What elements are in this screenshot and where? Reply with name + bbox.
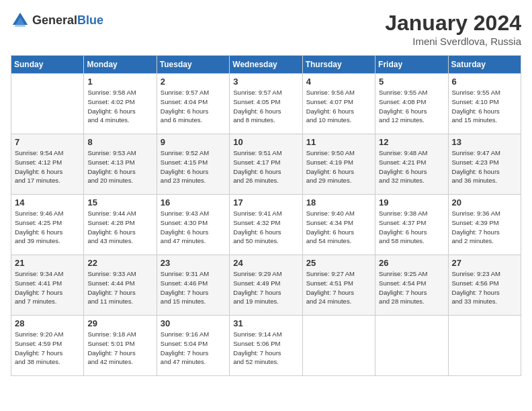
day-number: 4 bbox=[306, 77, 371, 87]
day-header-friday: Friday bbox=[375, 56, 448, 74]
day-number: 1 bbox=[87, 77, 152, 87]
calendar-cell: 4Sunrise: 9:56 AM Sunset: 4:07 PM Daylig… bbox=[302, 74, 375, 134]
calendar-cell bbox=[302, 316, 375, 376]
day-header-tuesday: Tuesday bbox=[157, 56, 229, 74]
page-header: GeneralBlue January 2024 Imeni Sverdlova… bbox=[11, 11, 521, 47]
day-number: 9 bbox=[161, 137, 226, 147]
calendar-cell: 26Sunrise: 9:25 AM Sunset: 4:54 PM Dayli… bbox=[375, 255, 448, 316]
day-number: 27 bbox=[452, 258, 517, 268]
day-number: 26 bbox=[379, 258, 444, 268]
day-info: Sunrise: 9:43 AM Sunset: 4:30 PM Dayligh… bbox=[161, 209, 226, 246]
calendar-cell: 19Sunrise: 9:38 AM Sunset: 4:37 PM Dayli… bbox=[375, 195, 448, 255]
day-info: Sunrise: 9:40 AM Sunset: 4:34 PM Dayligh… bbox=[306, 209, 371, 246]
day-number: 10 bbox=[233, 137, 298, 147]
day-number: 5 bbox=[379, 77, 444, 87]
day-number: 31 bbox=[233, 318, 298, 328]
day-info: Sunrise: 9:34 AM Sunset: 4:41 PM Dayligh… bbox=[15, 269, 80, 306]
day-header-monday: Monday bbox=[84, 56, 157, 74]
day-number: 25 bbox=[306, 258, 371, 268]
day-number: 17 bbox=[233, 197, 298, 208]
calendar-cell: 13Sunrise: 9:47 AM Sunset: 4:23 PM Dayli… bbox=[448, 134, 521, 195]
logo-text-general: General bbox=[32, 13, 77, 27]
day-info: Sunrise: 9:38 AM Sunset: 4:37 PM Dayligh… bbox=[379, 209, 444, 246]
calendar-cell: 22Sunrise: 9:33 AM Sunset: 4:44 PM Dayli… bbox=[84, 255, 157, 316]
day-info: Sunrise: 9:36 AM Sunset: 4:39 PM Dayligh… bbox=[452, 209, 517, 246]
calendar-cell: 17Sunrise: 9:41 AM Sunset: 4:32 PM Dayli… bbox=[230, 195, 302, 255]
day-info: Sunrise: 9:56 AM Sunset: 4:07 PM Dayligh… bbox=[306, 88, 371, 125]
logo-icon bbox=[11, 11, 30, 30]
calendar-cell: 6Sunrise: 9:55 AM Sunset: 4:10 PM Daylig… bbox=[448, 74, 521, 134]
calendar-cell: 21Sunrise: 9:34 AM Sunset: 4:41 PM Dayli… bbox=[11, 255, 84, 316]
day-info: Sunrise: 9:20 AM Sunset: 4:59 PM Dayligh… bbox=[15, 330, 80, 367]
day-info: Sunrise: 9:55 AM Sunset: 4:10 PM Dayligh… bbox=[452, 88, 517, 125]
day-number: 28 bbox=[15, 318, 80, 328]
day-number: 16 bbox=[161, 197, 226, 208]
day-info: Sunrise: 9:50 AM Sunset: 4:19 PM Dayligh… bbox=[306, 148, 371, 185]
day-number: 15 bbox=[87, 197, 152, 208]
calendar-cell: 18Sunrise: 9:40 AM Sunset: 4:34 PM Dayli… bbox=[302, 195, 375, 255]
day-info: Sunrise: 9:25 AM Sunset: 4:54 PM Dayligh… bbox=[379, 269, 444, 306]
day-number: 20 bbox=[452, 197, 517, 208]
logo: GeneralBlue bbox=[11, 11, 103, 30]
calendar-cell: 1Sunrise: 9:58 AM Sunset: 4:02 PM Daylig… bbox=[84, 74, 157, 134]
day-info: Sunrise: 9:47 AM Sunset: 4:23 PM Dayligh… bbox=[452, 148, 517, 185]
day-info: Sunrise: 9:46 AM Sunset: 4:25 PM Dayligh… bbox=[15, 209, 80, 246]
day-number: 29 bbox=[87, 318, 152, 328]
day-info: Sunrise: 9:53 AM Sunset: 4:13 PM Dayligh… bbox=[87, 148, 152, 185]
day-number: 14 bbox=[15, 197, 80, 208]
calendar-cell: 11Sunrise: 9:50 AM Sunset: 4:19 PM Dayli… bbox=[302, 134, 375, 195]
day-info: Sunrise: 9:31 AM Sunset: 4:46 PM Dayligh… bbox=[161, 269, 226, 306]
day-number: 18 bbox=[306, 197, 371, 208]
day-number: 12 bbox=[379, 137, 444, 147]
month-title: January 2024 bbox=[385, 11, 521, 36]
calendar-header: SundayMondayTuesdayWednesdayThursdayFrid… bbox=[11, 56, 521, 74]
day-info: Sunrise: 9:23 AM Sunset: 4:56 PM Dayligh… bbox=[452, 269, 517, 306]
day-number: 6 bbox=[452, 77, 517, 87]
title-block: January 2024 Imeni Sverdlova, Russia bbox=[385, 11, 521, 47]
day-info: Sunrise: 9:18 AM Sunset: 5:01 PM Dayligh… bbox=[87, 330, 152, 367]
day-info: Sunrise: 9:58 AM Sunset: 4:02 PM Dayligh… bbox=[87, 88, 152, 125]
calendar-cell: 3Sunrise: 9:57 AM Sunset: 4:05 PM Daylig… bbox=[230, 74, 302, 134]
day-number: 23 bbox=[161, 258, 226, 268]
calendar-cell: 2Sunrise: 9:57 AM Sunset: 4:04 PM Daylig… bbox=[157, 74, 229, 134]
day-info: Sunrise: 9:52 AM Sunset: 4:15 PM Dayligh… bbox=[161, 148, 226, 185]
day-info: Sunrise: 9:54 AM Sunset: 4:12 PM Dayligh… bbox=[15, 148, 80, 185]
day-header-sunday: Sunday bbox=[11, 56, 84, 74]
calendar-cell: 24Sunrise: 9:29 AM Sunset: 4:49 PM Dayli… bbox=[230, 255, 302, 316]
day-info: Sunrise: 9:51 AM Sunset: 4:17 PM Dayligh… bbox=[233, 148, 298, 185]
day-info: Sunrise: 9:57 AM Sunset: 4:04 PM Dayligh… bbox=[161, 88, 226, 125]
logo-text-blue: Blue bbox=[77, 13, 103, 27]
day-info: Sunrise: 9:55 AM Sunset: 4:08 PM Dayligh… bbox=[379, 88, 444, 125]
day-info: Sunrise: 9:29 AM Sunset: 4:49 PM Dayligh… bbox=[233, 269, 298, 306]
day-header-wednesday: Wednesday bbox=[230, 56, 302, 74]
day-info: Sunrise: 9:41 AM Sunset: 4:32 PM Dayligh… bbox=[233, 209, 298, 246]
calendar-cell: 25Sunrise: 9:27 AM Sunset: 4:51 PM Dayli… bbox=[302, 255, 375, 316]
calendar-week-1: 1Sunrise: 9:58 AM Sunset: 4:02 PM Daylig… bbox=[11, 74, 521, 134]
calendar-cell: 7Sunrise: 9:54 AM Sunset: 4:12 PM Daylig… bbox=[11, 134, 84, 195]
day-number: 11 bbox=[306, 137, 371, 147]
calendar-cell: 14Sunrise: 9:46 AM Sunset: 4:25 PM Dayli… bbox=[11, 195, 84, 255]
day-info: Sunrise: 9:16 AM Sunset: 5:04 PM Dayligh… bbox=[161, 330, 226, 367]
calendar-cell: 5Sunrise: 9:55 AM Sunset: 4:08 PM Daylig… bbox=[375, 74, 448, 134]
day-info: Sunrise: 9:48 AM Sunset: 4:21 PM Dayligh… bbox=[379, 148, 444, 185]
calendar-cell: 29Sunrise: 9:18 AM Sunset: 5:01 PM Dayli… bbox=[84, 316, 157, 376]
day-header-saturday: Saturday bbox=[448, 56, 521, 74]
calendar-cell bbox=[11, 74, 84, 134]
calendar-week-4: 21Sunrise: 9:34 AM Sunset: 4:41 PM Dayli… bbox=[11, 255, 521, 316]
calendar-week-5: 28Sunrise: 9:20 AM Sunset: 4:59 PM Dayli… bbox=[11, 316, 521, 376]
day-info: Sunrise: 9:44 AM Sunset: 4:28 PM Dayligh… bbox=[87, 209, 152, 246]
day-number: 19 bbox=[379, 197, 444, 208]
day-info: Sunrise: 9:14 AM Sunset: 5:06 PM Dayligh… bbox=[233, 330, 298, 367]
calendar-cell: 16Sunrise: 9:43 AM Sunset: 4:30 PM Dayli… bbox=[157, 195, 229, 255]
calendar-cell bbox=[375, 316, 448, 376]
calendar-week-3: 14Sunrise: 9:46 AM Sunset: 4:25 PM Dayli… bbox=[11, 195, 521, 255]
day-info: Sunrise: 9:27 AM Sunset: 4:51 PM Dayligh… bbox=[306, 269, 371, 306]
day-number: 2 bbox=[161, 77, 226, 87]
day-number: 22 bbox=[87, 258, 152, 268]
calendar-cell: 31Sunrise: 9:14 AM Sunset: 5:06 PM Dayli… bbox=[230, 316, 302, 376]
location: Imeni Sverdlova, Russia bbox=[385, 36, 521, 47]
calendar-cell: 15Sunrise: 9:44 AM Sunset: 4:28 PM Dayli… bbox=[84, 195, 157, 255]
day-number: 3 bbox=[233, 77, 298, 87]
calendar-cell: 30Sunrise: 9:16 AM Sunset: 5:04 PM Dayli… bbox=[157, 316, 229, 376]
day-number: 13 bbox=[452, 137, 517, 147]
